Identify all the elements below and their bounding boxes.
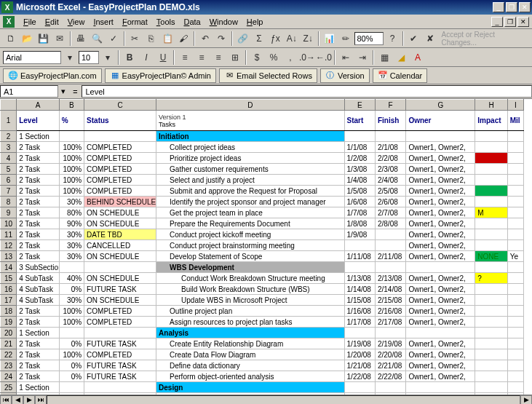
cell[interactable]: 1/6/08 [344,197,375,207]
cell[interactable]: 2 Task [17,207,60,218]
cell[interactable] [507,393,523,395]
cell[interactable]: FUTURE TASK [84,393,156,395]
cell[interactable]: FUTURE TASK [84,360,156,371]
cell[interactable]: 1/20/08 [344,349,375,360]
tab-prev-icon[interactable]: ◀ [12,395,23,404]
cell[interactable] [406,382,475,393]
cell[interactable]: 2/5/08 [375,186,405,197]
cell[interactable] [84,328,156,338]
cell[interactable]: FUTURE TASK [84,371,156,382]
cell[interactable] [475,229,507,240]
cell[interactable]: Owner1, Owner2, [406,393,475,395]
cell[interactable]: 2/15/08 [375,295,405,306]
align-center-icon[interactable]: ≡ [194,49,210,66]
cell[interactable]: Owner1, Owner2, [406,295,475,306]
close-button[interactable]: ✕ [519,2,531,12]
cell[interactable]: 3 SubSection [17,262,60,273]
name-box[interactable]: A1 [0,85,58,98]
formula-input[interactable]: Level [82,85,532,98]
admin-button[interactable]: ▦EasyProjectPlan© Admin [105,68,216,83]
cell[interactable]: 1/4/08 [344,175,375,186]
autosum-icon[interactable]: Σ [251,31,266,47]
cell[interactable]: 100% [59,175,84,186]
cell[interactable]: Impact [475,111,507,131]
cell[interactable]: 1/14/08 [344,284,375,295]
spellcheck-icon[interactable]: ✓ [106,31,121,47]
version-button[interactable]: ⓘVersion [320,68,370,83]
cell[interactable]: 1/17/08 [344,317,375,328]
chart-icon[interactable]: 📊 [322,31,337,47]
cell[interactable]: Create Entity Relationship Diagram [156,338,345,349]
currency-icon[interactable]: $ [249,49,265,66]
cell[interactable] [344,240,375,251]
cell[interactable] [507,317,523,328]
cell[interactable]: 90% [59,218,84,229]
cell[interactable]: 2 Task [17,349,60,360]
font-color-icon[interactable]: A [410,49,426,66]
cell[interactable]: DATE TBD [84,229,156,240]
cell[interactable]: Gather customer requirements [156,164,345,175]
cell[interactable]: 2 Task [17,197,60,207]
zoom-box[interactable]: 80% [354,32,384,45]
row-header[interactable]: 2 [1,131,17,142]
cell[interactable]: Owner1, Owner2, [406,218,475,229]
row-header[interactable]: 23 [1,360,17,371]
cell[interactable]: Identify the project sponsor and project… [156,197,345,207]
row-header[interactable]: 26 [1,393,17,395]
cell[interactable]: 2/3/08 [375,164,405,175]
cell[interactable] [475,153,507,164]
cell[interactable]: 2 Task [17,186,60,197]
cell[interactable] [507,131,523,142]
minimize-button[interactable]: _ [493,2,504,12]
cell[interactable] [375,328,405,338]
cell[interactable] [507,142,523,153]
open-icon[interactable]: 📂 [19,31,34,47]
print-preview-icon[interactable]: 🔍 [90,31,105,47]
row-header[interactable]: 1 [1,111,17,131]
horizontal-scrollbar[interactable] [47,395,520,404]
decrease-indent-icon[interactable]: ⇤ [338,49,354,66]
cell[interactable]: Update WBS in Microsoft Project [156,295,345,306]
cell[interactable]: 2/6/08 [375,197,405,207]
cell[interactable]: 100% [59,153,84,164]
cell[interactable]: Outline project plan [156,306,345,317]
cell[interactable] [507,295,523,306]
row-header[interactable]: 16 [1,284,17,295]
col-header-E[interactable]: E [344,100,375,111]
doc-icon[interactable]: X [3,16,15,28]
cell[interactable]: 2/16/08 [375,306,405,317]
cell[interactable]: Owner1, Owner2, [406,229,475,240]
cell[interactable] [344,382,375,393]
cell[interactable]: Design [156,382,345,393]
sort-asc-icon[interactable]: A↓ [284,31,299,47]
tab-last-icon[interactable]: ⏭ [35,395,47,404]
cell[interactable]: 100% [59,317,84,328]
cell[interactable]: 0% [59,338,84,349]
cell[interactable]: 1 Section [17,382,60,393]
cell[interactable]: Owner1, Owner2, [406,349,475,360]
cell[interactable]: Level [17,111,60,131]
cell[interactable]: 100% [59,349,84,360]
cell[interactable] [507,306,523,317]
cell[interactable]: Analysis [156,328,345,338]
cell[interactable] [475,295,507,306]
cut-icon[interactable]: ✂ [127,31,143,47]
comma-icon[interactable]: , [282,49,298,66]
cell[interactable]: Owner1, Owner2, [406,186,475,197]
cell[interactable]: Initiation [156,131,345,142]
cell[interactable] [507,218,523,229]
cell[interactable] [406,262,475,273]
copy-icon[interactable]: ⎘ [143,31,159,47]
cell[interactable]: 2/20/08 [375,349,405,360]
redo-icon[interactable]: ↷ [214,31,229,47]
cell[interactable]: Build Work Breakdown Structure (WBS) [156,284,345,295]
mail-icon[interactable]: ✉ [52,31,67,47]
merge-icon[interactable]: ⊞ [227,49,243,66]
cell[interactable]: Get the project team in place [156,207,345,218]
cell[interactable]: 30% [59,197,84,207]
cell[interactable] [475,328,507,338]
cell[interactable] [507,197,523,207]
cell[interactable]: 2 Task [17,164,60,175]
cell[interactable] [507,164,523,175]
cell[interactable]: WBS Development [156,262,345,273]
